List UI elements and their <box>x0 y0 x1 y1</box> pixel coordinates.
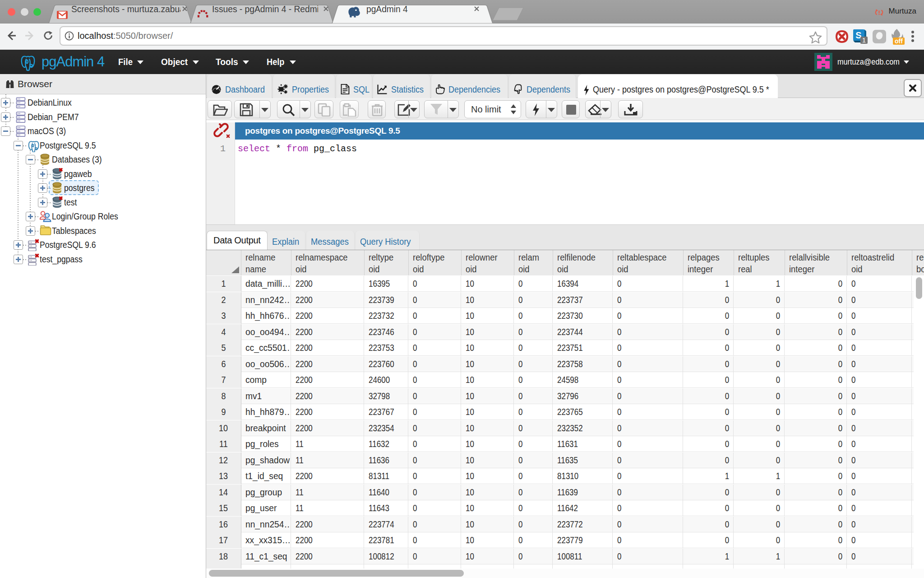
svg-text:off: off <box>895 37 903 45</box>
svg-text:1: 1 <box>862 36 866 44</box>
